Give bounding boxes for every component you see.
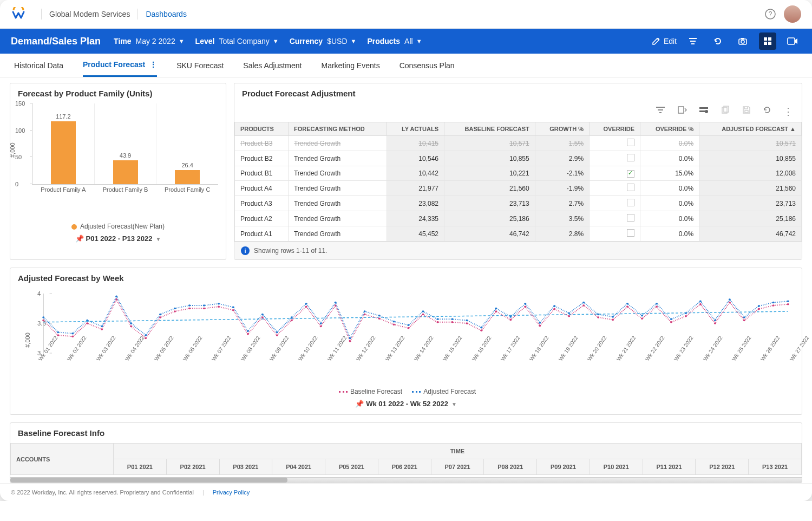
pin-icon[interactable]: 📌: [75, 235, 84, 243]
period-header[interactable]: P01 2021: [114, 459, 167, 475]
table-row[interactable]: Product A1Trended Growth45,45246,7422.8%…: [235, 226, 802, 242]
pin-icon[interactable]: 📌: [355, 400, 364, 408]
tab-consensus-plan[interactable]: Consensus Plan: [400, 54, 455, 77]
svg-point-53: [466, 322, 468, 324]
help-icon[interactable]: ?: [764, 8, 776, 20]
svg-point-99: [378, 315, 381, 317]
table-filter-icon[interactable]: [656, 106, 665, 118]
svg-rect-4: [741, 38, 744, 40]
table-row[interactable]: Product B3Trended Growth10,41510,5711.5%…: [235, 136, 802, 151]
period-header[interactable]: P02 2021: [166, 459, 219, 475]
override-checkbox[interactable]: [627, 139, 634, 146]
column-header[interactable]: LY ACTUALS: [387, 122, 444, 136]
privacy-link[interactable]: Privacy Policy: [213, 489, 250, 496]
tab-sales-adjustment[interactable]: Sales Adjustment: [243, 54, 302, 77]
svg-line-23: [43, 311, 788, 322]
dashboards-link[interactable]: Dashboards: [146, 10, 187, 18]
svg-point-105: [466, 320, 468, 322]
period-header[interactable]: P09 2021: [537, 459, 590, 475]
column-header[interactable]: OVERRIDE: [590, 122, 640, 136]
adjustment-table[interactable]: PRODUCTSFORECASTING METHODLY ACTUALSBASE…: [234, 122, 802, 242]
override-checkbox[interactable]: [627, 170, 634, 178]
filter-level-value[interactable]: Total Company: [219, 37, 269, 45]
tab-more-icon[interactable]: ⋮: [149, 60, 157, 69]
svg-point-111: [553, 305, 555, 307]
period-header[interactable]: P07 2021: [431, 459, 484, 475]
bar-column[interactable]: 26.4Product Family C: [156, 103, 218, 184]
weekly-forecast-title: Adjusted Forecast by Week: [10, 268, 802, 288]
period-header[interactable]: P13 2021: [749, 459, 802, 475]
filter-time-value[interactable]: May 2 2022: [136, 37, 175, 45]
override-checkbox[interactable]: [627, 199, 634, 206]
svg-point-26: [71, 335, 74, 337]
grid-view-icon[interactable]: [759, 32, 776, 50]
table-row[interactable]: Product A2Trended Growth24,33525,1863.5%…: [235, 211, 802, 226]
table-row[interactable]: Product A4Trended Growth21,97721,560-1.9…: [235, 181, 802, 196]
tab-historical-data[interactable]: Historical Data: [14, 54, 63, 77]
column-header[interactable]: ADJUSTED FORECAST ▲: [699, 122, 802, 136]
chevron-down-icon[interactable]: ▼: [273, 38, 279, 44]
filter-products-value[interactable]: All: [404, 37, 413, 45]
svg-point-57: [524, 305, 526, 308]
filter-products-label: Products: [367, 37, 400, 45]
tab-product-forecast[interactable]: Product Forecast⋮: [83, 54, 157, 77]
period-header[interactable]: P06 2021: [378, 459, 431, 475]
override-checkbox[interactable]: [627, 184, 634, 191]
column-header[interactable]: PRODUCTS: [235, 122, 289, 136]
table-export-icon[interactable]: [677, 106, 687, 118]
bar-column[interactable]: 43.9Product Family B: [95, 103, 157, 184]
table-refresh-icon[interactable]: [763, 106, 771, 118]
baseline-info-table[interactable]: ACCOUNTSTIMEP01 2021P02 2021P03 2021P04 …: [10, 443, 802, 475]
filter-icon[interactable]: [684, 32, 702, 50]
filter-currency-value[interactable]: $USD: [327, 37, 347, 45]
chevron-down-icon[interactable]: ▼: [179, 38, 185, 44]
present-icon[interactable]: [784, 32, 801, 50]
app-logo[interactable]: [11, 6, 26, 22]
period-header[interactable]: P08 2021: [484, 459, 537, 475]
override-checkbox[interactable]: [627, 214, 634, 222]
table-copy-icon[interactable]: [721, 106, 730, 118]
chevron-down-icon[interactable]: ▼: [155, 236, 161, 242]
column-header[interactable]: FORECASTING METHOD: [288, 122, 387, 136]
svg-point-62: [597, 316, 599, 318]
chevron-down-icon[interactable]: ▼: [451, 401, 457, 407]
svg-point-64: [626, 305, 628, 308]
tab-sku-forecast[interactable]: SKU Forecast: [176, 54, 224, 77]
horizontal-scrollbar[interactable]: [10, 477, 802, 483]
bar-period[interactable]: P01 2022 - P13 2022: [86, 235, 153, 243]
svg-point-25: [57, 334, 59, 336]
override-checkbox[interactable]: [627, 229, 634, 237]
period-header[interactable]: P03 2021: [219, 459, 272, 475]
table-row[interactable]: Product B1Trended Growth10,44210,221-2.1…: [235, 166, 802, 181]
period-header[interactable]: P11 2021: [643, 459, 696, 475]
svg-point-90: [247, 330, 249, 333]
period-header[interactable]: P04 2021: [272, 459, 325, 475]
period-header[interactable]: P10 2021: [590, 459, 643, 475]
svg-point-77: [57, 331, 59, 334]
svg-point-28: [101, 328, 103, 330]
camera-icon[interactable]: [734, 32, 751, 50]
chevron-down-icon[interactable]: ▼: [416, 38, 422, 44]
chevron-down-icon[interactable]: ▼: [351, 38, 357, 44]
period-header[interactable]: P12 2021: [696, 459, 749, 475]
column-header[interactable]: OVERRIDE %: [640, 122, 699, 136]
period-header[interactable]: P05 2021: [325, 459, 378, 475]
column-header[interactable]: GROWTH %: [535, 122, 589, 136]
line-period[interactable]: Wk 01 2022 - Wk 52 2022: [366, 400, 448, 408]
table-row[interactable]: Product B2Trended Growth10,54610,8552.9%…: [235, 151, 802, 166]
table-save-icon[interactable]: [742, 106, 751, 118]
bar-column[interactable]: 117.2Product Family A: [32, 103, 95, 184]
svg-point-66: [656, 305, 658, 308]
svg-point-80: [101, 325, 103, 328]
table-row[interactable]: Product A3Trended Growth23,08223,7132.7%…: [235, 196, 802, 211]
avatar[interactable]: [784, 5, 801, 23]
table-more-icon[interactable]: ⋮: [783, 106, 793, 118]
tab-marketing-events[interactable]: Marketing Events: [321, 54, 379, 77]
svg-rect-9: [788, 38, 795, 44]
edit-button[interactable]: Edit: [652, 37, 677, 45]
refresh-icon[interactable]: [709, 32, 726, 50]
column-header[interactable]: BASELINE FORECAST: [444, 122, 535, 136]
svg-point-104: [451, 318, 453, 321]
override-checkbox[interactable]: [627, 154, 634, 161]
table-settings-icon[interactable]: [699, 106, 709, 118]
